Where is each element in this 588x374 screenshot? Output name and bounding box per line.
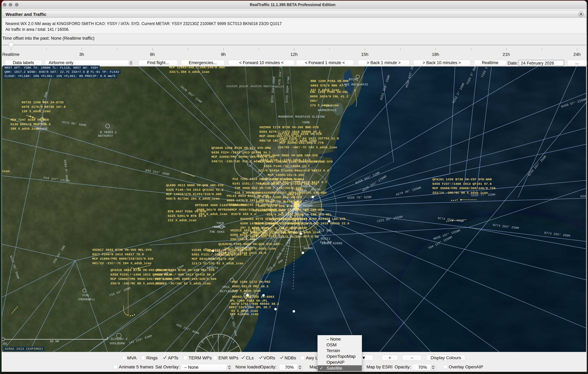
svg-text:G595 76: G595 76 [580,194,586,198]
svg-text:Cusion point Auston Oastin: Cusion point Auston Oastin [226,85,275,88]
svg-text:point 2: point 2 [275,85,288,88]
